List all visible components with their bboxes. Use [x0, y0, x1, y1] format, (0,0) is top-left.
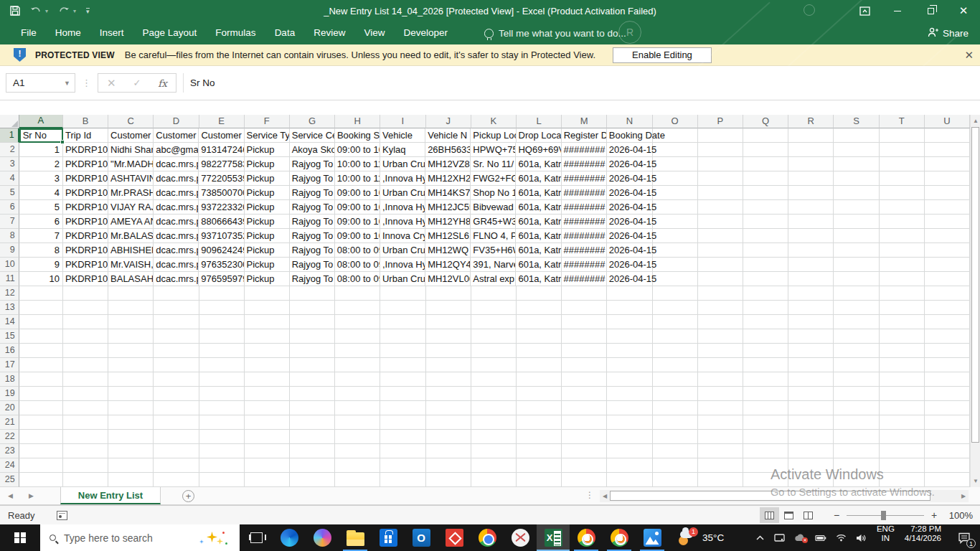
cell-L6[interactable]: 601a, Katr: [516, 200, 561, 215]
banner-close-icon[interactable]: ✕: [964, 49, 974, 62]
cell-H11[interactable]: 08:00 to 09: [335, 272, 380, 286]
cell-N23[interactable]: [607, 444, 652, 458]
cell-M7[interactable]: ########: [562, 215, 607, 229]
cell-L22[interactable]: [517, 430, 562, 444]
cell-K8[interactable]: FLNO 4, Pl: [471, 229, 516, 243]
cell-J10[interactable]: MH12QY4: [425, 258, 471, 272]
cell-U7[interactable]: [925, 215, 970, 229]
cell-D19[interactable]: [154, 387, 199, 401]
cell-S22[interactable]: [834, 430, 879, 444]
cell-A12[interactable]: [19, 286, 63, 301]
cell-M21[interactable]: [562, 415, 607, 430]
cell-I12[interactable]: [380, 286, 425, 301]
cell-A10[interactable]: 9: [19, 258, 63, 272]
cell-O20[interactable]: [653, 401, 698, 415]
redo-dropdown-icon[interactable]: ▾: [73, 8, 76, 14]
cell-D16[interactable]: [154, 344, 199, 358]
cell-U8[interactable]: [925, 229, 970, 243]
cell-G3[interactable]: Rajyog To: [290, 157, 335, 171]
cell-Q3[interactable]: [743, 157, 788, 171]
cell-U4[interactable]: [925, 171, 970, 186]
cell-R10[interactable]: [788, 258, 834, 272]
column-header-M[interactable]: M: [562, 115, 607, 128]
cell-U6[interactable]: [925, 200, 970, 215]
cell-S18[interactable]: [834, 372, 879, 387]
cell-E12[interactable]: [199, 286, 245, 301]
cell-G9[interactable]: Rajyog To: [290, 243, 335, 258]
cell-E15[interactable]: [199, 329, 245, 344]
cell-H10[interactable]: 08:00 to 09: [335, 258, 380, 272]
taskbar-chrome[interactable]: [471, 524, 504, 551]
cell-A18[interactable]: [19, 372, 63, 387]
taskbar-clock[interactable]: 7:28 PM 4/14/2026: [905, 524, 941, 551]
cell-Q23[interactable]: [743, 444, 788, 458]
cell-I19[interactable]: [380, 387, 425, 401]
cell-A21[interactable]: [19, 415, 63, 430]
column-header-Q[interactable]: Q: [743, 115, 788, 128]
cell-U14[interactable]: [925, 315, 970, 329]
cell-L10[interactable]: 601a, Katr: [516, 258, 561, 272]
row-header-6[interactable]: 6: [0, 200, 19, 215]
tray-volume-icon[interactable]: [856, 534, 867, 542]
cell-A13[interactable]: [19, 301, 63, 315]
column-header-B[interactable]: B: [63, 115, 108, 128]
cell-Q7[interactable]: [743, 215, 788, 229]
scroll-right-icon[interactable]: ▶: [958, 490, 969, 502]
cell-Q15[interactable]: [743, 329, 788, 344]
cell-U23[interactable]: [925, 444, 970, 458]
cell-E11[interactable]: 976595979: [199, 272, 244, 286]
cell-E1[interactable]: Customer: [199, 128, 244, 143]
column-header-T[interactable]: T: [880, 115, 925, 128]
cell-I5[interactable]: Urban Cru: [380, 186, 425, 200]
cell-P21[interactable]: [698, 415, 743, 430]
row-header-10[interactable]: 10: [0, 258, 19, 272]
cell-U25[interactable]: [925, 473, 970, 487]
cell-Q21[interactable]: [743, 415, 788, 430]
cell-P1[interactable]: [698, 128, 743, 143]
cell-J1[interactable]: Vehicle N: [425, 128, 471, 143]
cell-C22[interactable]: [108, 430, 154, 444]
cell-A4[interactable]: 3: [19, 171, 63, 186]
cell-F13[interactable]: [245, 301, 290, 315]
cell-P23[interactable]: [698, 444, 743, 458]
cell-C24[interactable]: [108, 458, 154, 473]
cell-E20[interactable]: [199, 401, 245, 415]
row-header-12[interactable]: 12: [0, 286, 19, 301]
cell-H3[interactable]: 10:00 to 11: [335, 157, 380, 171]
cell-L3[interactable]: 601a, Katr: [516, 157, 561, 171]
cell-C12[interactable]: [108, 286, 154, 301]
cell-N15[interactable]: [607, 329, 652, 344]
cell-B21[interactable]: [63, 415, 108, 430]
cell-F24[interactable]: [245, 458, 290, 473]
cell-Q12[interactable]: [743, 286, 788, 301]
cell-Q25[interactable]: [743, 473, 788, 487]
cell-O3[interactable]: [653, 157, 698, 171]
cell-F23[interactable]: [245, 444, 290, 458]
cell-A24[interactable]: [19, 458, 63, 473]
cell-C3[interactable]: "Mr.MADH: [108, 157, 154, 171]
cell-E2[interactable]: 913147246: [199, 143, 244, 157]
ribbon-tab-page-layout[interactable]: Page Layout: [133, 22, 207, 44]
formula-bar-input[interactable]: Sr No: [183, 73, 980, 93]
cell-R19[interactable]: [788, 387, 834, 401]
cell-M22[interactable]: [562, 430, 607, 444]
column-header-E[interactable]: E: [199, 115, 245, 128]
row-header-5[interactable]: 5: [0, 186, 19, 200]
cell-H19[interactable]: [335, 387, 380, 401]
taskbar-chrome-3[interactable]: [603, 524, 636, 551]
cell-O18[interactable]: [653, 372, 698, 387]
cell-F2[interactable]: Pickup: [245, 143, 290, 157]
cell-N5[interactable]: 2026-04-15: [607, 186, 653, 200]
cell-K7[interactable]: GR45+W3: [471, 215, 516, 229]
cell-S17[interactable]: [834, 358, 879, 372]
taskbar-edge[interactable]: [273, 524, 306, 551]
cell-C5[interactable]: Mr.PRASH: [108, 186, 154, 200]
cell-U11[interactable]: [925, 272, 970, 286]
row-header-17[interactable]: 17: [0, 358, 19, 372]
cell-T1[interactable]: [880, 128, 925, 143]
cell-A23[interactable]: [19, 444, 63, 458]
cell-L11[interactable]: 601a, Katr: [516, 272, 561, 286]
cell-C2[interactable]: Nidhi Shar: [108, 143, 154, 157]
cell-P9[interactable]: [698, 243, 743, 258]
column-header-O[interactable]: O: [653, 115, 698, 128]
